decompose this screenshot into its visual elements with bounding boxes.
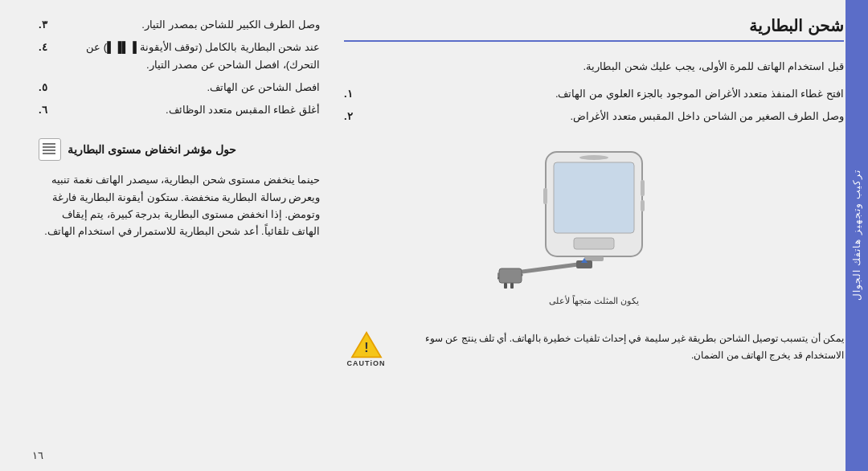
phone-caption: يكون المثلث متجهاً لأعلى	[549, 296, 639, 306]
svg-rect-13	[504, 283, 507, 289]
left-step-6: أغلق غطاء المقبس متعدد الوظائف. ٦.	[39, 101, 320, 119]
phone-svg	[497, 148, 690, 293]
sidebar-tab: تركيب وتجهيز هاتفك الجوال	[845, 0, 868, 471]
left-step-5: افصل الشاحن عن الهاتف. ٥.	[39, 79, 320, 96]
step-2: وصل الطرف الصغير من الشاحن داخل المقبس م…	[344, 108, 844, 125]
left-step-5-number: ٥.	[39, 79, 51, 96]
left-step-4-number: ٤.	[39, 39, 51, 56]
svg-rect-1	[554, 162, 634, 233]
caution-icon-block: ! CAUTiON	[344, 330, 388, 367]
svg-rect-5	[641, 200, 645, 211]
sub-section-title-text: حول مؤشر انخفاض مستوى البطارية	[68, 143, 236, 156]
caution-triangle-icon: !	[350, 330, 383, 359]
svg-rect-4	[641, 180, 645, 196]
notebook-icon	[39, 138, 61, 161]
page-number: ١٦	[32, 449, 43, 461]
intro-text: قبل استخدام الهاتف للمرة الأولى، يجب علي…	[344, 58, 844, 76]
sidebar-tab-text: تركيب وتجهيز هاتفك الجوال	[851, 170, 862, 301]
svg-rect-6	[543, 188, 547, 204]
svg-rect-2	[574, 238, 614, 249]
svg-point-3	[579, 155, 608, 160]
left-step-3: وصل الطرف الكبير للشاحن بمصدر التيار. ٣.	[39, 16, 320, 34]
left-step-4-text: عند شحن البطارية بالكامل (توقف الأيقونة …	[56, 39, 320, 74]
left-step-6-text: أغلق غطاء المقبس متعدد الوظائف.	[56, 101, 320, 119]
section-title: شحن البطارية	[344, 16, 844, 42]
sub-section-body: حينما ينخفض مستوى شحن البطارية، سيصدر ال…	[39, 172, 320, 240]
step-1-number: ١.	[344, 85, 357, 103]
left-column: وصل الطرف الكبير للشاحن بمصدر التيار. ٣.…	[39, 16, 328, 455]
phone-image-area: يكون المثلث متجهاً لأعلى	[344, 140, 844, 314]
caution-area: يمكن أن يتسبب توصيل الشاحن بطريقة غير سل…	[344, 330, 844, 367]
svg-rect-12	[499, 268, 522, 283]
page-container: تركيب وتجهيز هاتفك الجوال شحن البطارية ق…	[0, 0, 868, 471]
svg-rect-14	[510, 283, 514, 289]
sub-section-title: حول مؤشر انخفاض مستوى البطارية	[39, 138, 320, 161]
left-step-6-number: ٦.	[39, 101, 51, 119]
left-step-3-number: ٣.	[39, 16, 51, 34]
step-2-number: ٢.	[344, 108, 357, 125]
caution-text: يمكن أن يتسبب توصيل الشاحن بطريقة غير سل…	[396, 330, 844, 363]
left-step-4: عند شحن البطارية بالكامل (توقف الأيقونة …	[39, 39, 320, 74]
right-column: شحن البطارية قبل استخدام الهاتف للمرة ال…	[344, 16, 844, 455]
svg-text:!: !	[364, 340, 368, 354]
steps-list: افتح غطاء المنفذ متعدد الأغراض الموجود ب…	[344, 85, 844, 130]
step-1-text: افتح غطاء المنفذ متعدد الأغراض الموجود ب…	[362, 85, 844, 103]
left-step-5-text: افصل الشاحن عن الهاتف.	[56, 79, 320, 96]
step-2-text: وصل الطرف الصغير من الشاحن داخل المقبس م…	[362, 108, 844, 125]
caution-label: CAUTiON	[347, 359, 386, 367]
left-step-3-text: وصل الطرف الكبير للشاحن بمصدر التيار.	[56, 16, 320, 34]
main-content: شحن البطارية قبل استخدام الهاتف للمرة ال…	[23, 0, 868, 471]
left-steps-list: وصل الطرف الكبير للشاحن بمصدر التيار. ٣.…	[39, 16, 320, 124]
step-1: افتح غطاء المنفذ متعدد الأغراض الموجود ب…	[344, 85, 844, 103]
